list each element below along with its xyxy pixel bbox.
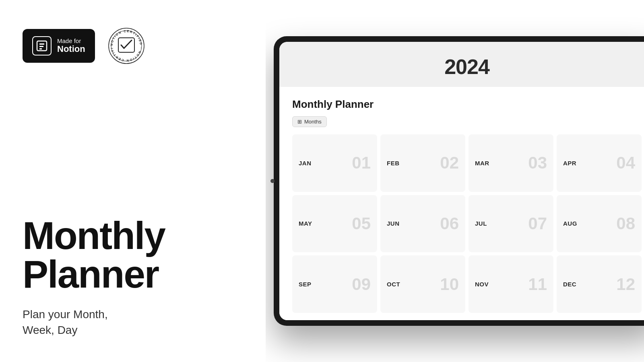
month-cell[interactable]: JAN 01 bbox=[292, 134, 377, 192]
month-number: 02 bbox=[440, 154, 459, 171]
month-name: JUL bbox=[475, 220, 487, 227]
month-number: 03 bbox=[528, 154, 547, 171]
notion-label: Notion bbox=[57, 44, 85, 54]
month-cell[interactable]: MAR 03 bbox=[469, 134, 553, 192]
product-title: Monthly Planner bbox=[23, 216, 243, 294]
right-panel: 2024 Monthly Planner ⊞ Months JAN 01 FEB… bbox=[266, 0, 644, 362]
certified-svg: NOTION CERTIFIED · NOTION CERTIFIED · bbox=[106, 26, 147, 66]
tablet-header: 2024 bbox=[279, 42, 644, 87]
month-name: MAR bbox=[475, 160, 489, 167]
months-tab[interactable]: ⊞ Months bbox=[292, 116, 327, 127]
month-cell[interactable]: APR 04 bbox=[557, 134, 642, 192]
left-panel: Made for Notion NOTION CERTIFIED · NOTIO… bbox=[0, 0, 266, 362]
month-name: AUG bbox=[563, 220, 577, 227]
main-heading: Monthly Planner Plan your Month,Week, Da… bbox=[23, 216, 243, 338]
month-number: 04 bbox=[616, 154, 635, 171]
made-for-notion-badge: Made for Notion bbox=[23, 29, 95, 63]
month-cell[interactable]: JUL 07 bbox=[469, 195, 553, 253]
month-name: DEC bbox=[563, 281, 576, 288]
title-line2: Planner bbox=[23, 253, 159, 296]
month-name: JAN bbox=[299, 160, 312, 167]
months-tab-label: Months bbox=[304, 119, 322, 125]
month-name: OCT bbox=[387, 281, 400, 288]
svg-text:NOTION CERTIFIED · NOTION CERT: NOTION CERTIFIED · NOTION CERTIFIED · bbox=[106, 26, 143, 62]
month-name: SEP bbox=[299, 281, 312, 288]
month-number: 10 bbox=[440, 276, 459, 293]
month-name: MAY bbox=[299, 220, 312, 227]
month-name: JUN bbox=[387, 220, 400, 227]
month-name: APR bbox=[563, 160, 576, 167]
month-cell[interactable]: SEP 09 bbox=[292, 255, 377, 313]
month-number: 01 bbox=[352, 154, 371, 171]
month-number: 08 bbox=[616, 215, 635, 232]
month-number: 11 bbox=[528, 276, 547, 293]
notion-badge-text: Made for Notion bbox=[57, 38, 85, 54]
month-number: 09 bbox=[352, 276, 371, 293]
month-cell[interactable]: NOV 11 bbox=[469, 255, 553, 313]
notion-certified-stamp: NOTION CERTIFIED · NOTION CERTIFIED · bbox=[106, 26, 147, 66]
year-label: 2024 bbox=[295, 55, 638, 79]
month-cell[interactable]: OCT 10 bbox=[380, 255, 465, 313]
tablet-mockup: 2024 Monthly Planner ⊞ Months JAN 01 FEB… bbox=[274, 36, 644, 326]
month-cell[interactable]: MAY 05 bbox=[292, 195, 377, 253]
month-cell[interactable]: DEC 12 bbox=[557, 255, 642, 313]
tablet-screen: 2024 Monthly Planner ⊞ Months JAN 01 FEB… bbox=[279, 42, 644, 320]
planner-title: Monthly Planner bbox=[292, 98, 642, 111]
subtitle: Plan your Month,Week, Day bbox=[23, 306, 243, 338]
month-cell[interactable]: AUG 08 bbox=[557, 195, 642, 253]
month-name: NOV bbox=[475, 281, 489, 288]
month-cell[interactable]: JUN 06 bbox=[380, 195, 465, 253]
title-line1: Monthly bbox=[23, 214, 165, 257]
month-number: 05 bbox=[352, 215, 371, 232]
month-name: FEB bbox=[387, 160, 400, 167]
month-number: 12 bbox=[616, 276, 635, 293]
month-number: 07 bbox=[528, 215, 547, 232]
notion-icon bbox=[32, 36, 52, 56]
made-for-label: Made for bbox=[57, 38, 85, 45]
month-cell[interactable]: FEB 02 bbox=[380, 134, 465, 192]
badges-row: Made for Notion NOTION CERTIFIED · NOTIO… bbox=[23, 26, 243, 66]
camera-dot bbox=[270, 179, 275, 183]
tablet-body: Monthly Planner ⊞ Months JAN 01 FEB 02 M… bbox=[279, 87, 644, 320]
month-number: 06 bbox=[440, 215, 459, 232]
month-grid: JAN 01 FEB 02 MAR 03 APR 04 MAY 05 JUN 0… bbox=[292, 134, 642, 313]
grid-icon: ⊞ bbox=[297, 119, 302, 125]
